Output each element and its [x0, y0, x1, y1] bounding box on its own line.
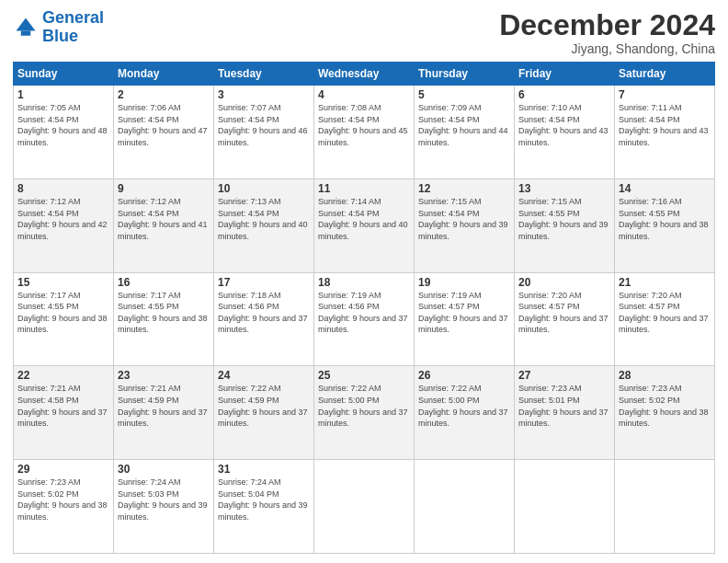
logo-icon — [13, 15, 39, 40]
calendar-cell: 18 Sunrise: 7:19 AMSunset: 4:56 PMDaylig… — [314, 272, 415, 366]
calendar-cell: 27 Sunrise: 7:23 AMSunset: 5:01 PMDaylig… — [515, 366, 615, 460]
day-number: 19 — [418, 276, 510, 289]
title-block: December 2024 Jiyang, Shandong, China — [499, 9, 715, 56]
weekday-header: Friday — [515, 63, 615, 86]
calendar-header-row: SundayMondayTuesdayWednesdayThursdayFrid… — [14, 63, 715, 86]
calendar-cell: 4 Sunrise: 7:08 AMSunset: 4:54 PMDayligh… — [314, 86, 415, 179]
day-info: Sunrise: 7:19 AMSunset: 4:56 PMDaylight:… — [318, 290, 410, 336]
calendar-cell: 26 Sunrise: 7:22 AMSunset: 5:00 PMDaylig… — [415, 366, 515, 460]
calendar-cell: 15 Sunrise: 7:17 AMSunset: 4:55 PMDaylig… — [14, 272, 114, 366]
calendar-cell: 20 Sunrise: 7:20 AMSunset: 4:57 PMDaylig… — [515, 272, 615, 366]
day-info: Sunrise: 7:22 AMSunset: 5:00 PMDaylight:… — [418, 383, 510, 429]
day-number: 8 — [17, 182, 109, 195]
day-number: 30 — [118, 463, 210, 476]
day-number: 10 — [218, 182, 310, 195]
day-number: 17 — [218, 276, 310, 289]
calendar-cell: 25 Sunrise: 7:22 AMSunset: 5:00 PMDaylig… — [314, 366, 415, 460]
day-info: Sunrise: 7:16 AMSunset: 4:55 PMDaylight:… — [619, 196, 711, 242]
calendar-cell — [515, 460, 615, 554]
calendar-cell: 22 Sunrise: 7:21 AMSunset: 4:58 PMDaylig… — [14, 366, 114, 460]
calendar-cell — [415, 460, 515, 554]
day-info: Sunrise: 7:13 AMSunset: 4:54 PMDaylight:… — [218, 196, 310, 242]
calendar-cell — [314, 460, 415, 554]
day-number: 2 — [118, 88, 210, 101]
day-number: 25 — [318, 369, 410, 382]
day-info: Sunrise: 7:14 AMSunset: 4:54 PMDaylight:… — [318, 196, 410, 242]
header: General Blue December 2024 Jiyang, Shand… — [13, 9, 715, 56]
day-info: Sunrise: 7:10 AMSunset: 4:54 PMDaylight:… — [518, 102, 610, 148]
day-info: Sunrise: 7:09 AMSunset: 4:54 PMDaylight:… — [418, 102, 510, 148]
calendar-cell: 13 Sunrise: 7:15 AMSunset: 4:55 PMDaylig… — [515, 178, 615, 272]
svg-marker-0 — [17, 17, 36, 30]
calendar-cell: 6 Sunrise: 7:10 AMSunset: 4:54 PMDayligh… — [515, 86, 615, 179]
logo-line2: Blue — [42, 28, 104, 46]
calendar-cell: 19 Sunrise: 7:19 AMSunset: 4:57 PMDaylig… — [415, 272, 515, 366]
calendar-cell: 17 Sunrise: 7:18 AMSunset: 4:56 PMDaylig… — [214, 272, 314, 366]
day-info: Sunrise: 7:15 AMSunset: 4:54 PMDaylight:… — [418, 196, 510, 242]
day-info: Sunrise: 7:23 AMSunset: 5:02 PMDaylight:… — [619, 383, 711, 429]
day-info: Sunrise: 7:12 AMSunset: 4:54 PMDaylight:… — [118, 196, 210, 242]
calendar-cell: 9 Sunrise: 7:12 AMSunset: 4:54 PMDayligh… — [114, 178, 214, 272]
calendar-cell: 14 Sunrise: 7:16 AMSunset: 4:55 PMDaylig… — [615, 178, 715, 272]
calendar-cell: 16 Sunrise: 7:17 AMSunset: 4:55 PMDaylig… — [114, 272, 214, 366]
day-number: 5 — [418, 88, 510, 101]
day-info: Sunrise: 7:17 AMSunset: 4:55 PMDaylight:… — [118, 290, 210, 336]
calendar-cell: 28 Sunrise: 7:23 AMSunset: 5:02 PMDaylig… — [615, 366, 715, 460]
day-number: 1 — [17, 88, 109, 101]
calendar-cell: 5 Sunrise: 7:09 AMSunset: 4:54 PMDayligh… — [415, 86, 515, 179]
calendar-cell: 12 Sunrise: 7:15 AMSunset: 4:54 PMDaylig… — [415, 178, 515, 272]
svg-rect-1 — [21, 30, 31, 35]
day-info: Sunrise: 7:17 AMSunset: 4:55 PMDaylight:… — [17, 290, 109, 336]
day-number: 18 — [318, 276, 410, 289]
day-number: 23 — [118, 369, 210, 382]
calendar-week-row: 8 Sunrise: 7:12 AMSunset: 4:54 PMDayligh… — [14, 178, 715, 272]
calendar-cell: 30 Sunrise: 7:24 AMSunset: 5:03 PMDaylig… — [114, 460, 214, 554]
calendar-cell: 31 Sunrise: 7:24 AMSunset: 5:04 PMDaylig… — [214, 460, 314, 554]
day-number: 29 — [17, 463, 109, 476]
day-info: Sunrise: 7:20 AMSunset: 4:57 PMDaylight:… — [518, 290, 610, 336]
logo-text: General Blue — [42, 9, 104, 46]
day-info: Sunrise: 7:21 AMSunset: 4:59 PMDaylight:… — [118, 383, 210, 429]
calendar-cell: 2 Sunrise: 7:06 AMSunset: 4:54 PMDayligh… — [114, 86, 214, 179]
day-number: 3 — [218, 88, 310, 101]
day-info: Sunrise: 7:07 AMSunset: 4:54 PMDaylight:… — [218, 102, 310, 148]
day-number: 14 — [619, 182, 711, 195]
calendar-cell: 11 Sunrise: 7:14 AMSunset: 4:54 PMDaylig… — [314, 178, 415, 272]
calendar-table: SundayMondayTuesdayWednesdayThursdayFrid… — [13, 62, 715, 554]
logo-line1: General — [42, 8, 104, 27]
calendar-week-row: 29 Sunrise: 7:23 AMSunset: 5:02 PMDaylig… — [14, 460, 715, 554]
weekday-header: Monday — [114, 63, 214, 86]
day-info: Sunrise: 7:05 AMSunset: 4:54 PMDaylight:… — [17, 102, 109, 148]
day-number: 21 — [619, 276, 711, 289]
day-number: 24 — [218, 369, 310, 382]
day-number: 13 — [518, 182, 610, 195]
day-number: 28 — [619, 369, 711, 382]
day-number: 12 — [418, 182, 510, 195]
day-number: 26 — [418, 369, 510, 382]
calendar-cell: 10 Sunrise: 7:13 AMSunset: 4:54 PMDaylig… — [214, 178, 314, 272]
day-info: Sunrise: 7:06 AMSunset: 4:54 PMDaylight:… — [118, 102, 210, 148]
day-info: Sunrise: 7:21 AMSunset: 4:58 PMDaylight:… — [17, 383, 109, 429]
calendar-cell — [615, 460, 715, 554]
day-number: 16 — [118, 276, 210, 289]
calendar-week-row: 22 Sunrise: 7:21 AMSunset: 4:58 PMDaylig… — [14, 366, 715, 460]
calendar-cell: 24 Sunrise: 7:22 AMSunset: 4:59 PMDaylig… — [214, 366, 314, 460]
day-number: 9 — [118, 182, 210, 195]
calendar-cell: 3 Sunrise: 7:07 AMSunset: 4:54 PMDayligh… — [214, 86, 314, 179]
weekday-header: Thursday — [415, 63, 515, 86]
day-number: 27 — [518, 369, 610, 382]
weekday-header: Sunday — [14, 63, 114, 86]
calendar-cell: 29 Sunrise: 7:23 AMSunset: 5:02 PMDaylig… — [14, 460, 114, 554]
month-title: December 2024 — [499, 9, 715, 41]
calendar-week-row: 1 Sunrise: 7:05 AMSunset: 4:54 PMDayligh… — [14, 86, 715, 179]
day-info: Sunrise: 7:11 AMSunset: 4:54 PMDaylight:… — [619, 102, 711, 148]
logo: General Blue — [13, 9, 104, 46]
day-number: 31 — [218, 463, 310, 476]
weekday-header: Saturday — [615, 63, 715, 86]
day-info: Sunrise: 7:15 AMSunset: 4:55 PMDaylight:… — [518, 196, 610, 242]
day-info: Sunrise: 7:20 AMSunset: 4:57 PMDaylight:… — [619, 290, 711, 336]
calendar-cell: 23 Sunrise: 7:21 AMSunset: 4:59 PMDaylig… — [114, 366, 214, 460]
day-info: Sunrise: 7:24 AMSunset: 5:03 PMDaylight:… — [118, 477, 210, 523]
weekday-header: Wednesday — [314, 63, 415, 86]
day-info: Sunrise: 7:08 AMSunset: 4:54 PMDaylight:… — [318, 102, 410, 148]
